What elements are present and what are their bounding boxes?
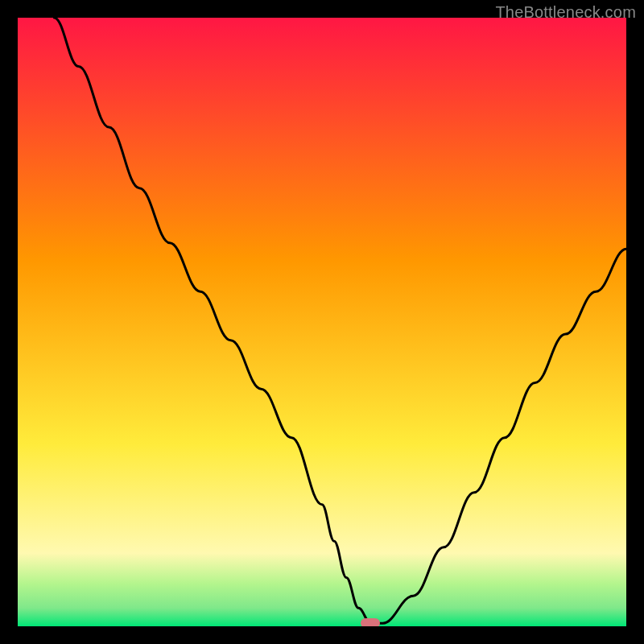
watermark-text: TheBottleneck.com bbox=[495, 3, 636, 22]
plot-area bbox=[18, 18, 626, 626]
chart-frame: TheBottleneck.com bbox=[0, 0, 644, 644]
chart-svg bbox=[18, 18, 626, 626]
gradient-background bbox=[18, 18, 626, 626]
optimal-marker bbox=[361, 618, 380, 626]
